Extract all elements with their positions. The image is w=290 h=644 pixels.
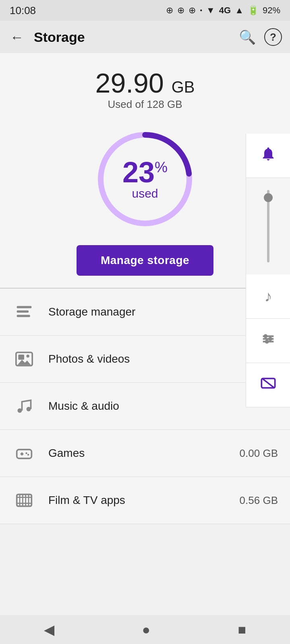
slider-thumb[interactable] [264,193,273,202]
dot-icon: • [200,7,202,14]
svg-point-8 [27,355,29,357]
battery-icon: 🔋 [248,5,259,16]
card-off-panel-item[interactable] [246,363,290,407]
side-panel: ♪ [246,134,290,407]
games-icon [12,441,36,465]
manage-storage-button[interactable]: Manage storage [77,245,213,276]
chrome-icon-2: ⊕ [177,5,184,16]
top-bar: ← Storage 🔍 ? [0,21,290,53]
svg-rect-6 [18,355,24,360]
main-content: 29.90 GB Used of 128 GB 23% used Manage [0,53,290,524]
svg-line-30 [262,378,274,388]
status-time: 10:08 [10,4,36,17]
equalizer-panel-item[interactable] [246,319,290,363]
svg-point-9 [18,409,22,413]
film-tv-icon [12,488,36,512]
film-tv-size: 0.56 GB [240,494,278,507]
photos-videos-label: Photos & videos [48,353,278,365]
back-button[interactable]: ← [8,29,26,45]
network-label: 4G [219,5,231,16]
music-panel-item[interactable]: ♪ [246,275,290,319]
music-note-icon: ♪ [265,288,272,305]
games-size: 0.00 GB [240,447,278,460]
wifi-icon: ▼ [206,5,215,16]
svg-marker-7 [18,360,31,365]
donut-percent: 23% [122,158,168,187]
bottom-nav: ◀ ● ■ [0,615,290,644]
home-nav-button[interactable]: ● [130,618,162,642]
donut-container: 23% used [89,123,201,235]
equalizer-icon [260,331,276,351]
donut-label: 23% used [122,158,168,200]
help-button[interactable]: ? [264,28,282,46]
back-nav-button[interactable]: ◀ [32,617,66,642]
svg-rect-16 [17,494,32,506]
chrome-icon-1: ⊕ [166,5,173,16]
svg-rect-4 [17,315,30,317]
chrome-icon-3: ⊕ [188,5,196,16]
svg-point-26 [263,334,267,338]
svg-point-10 [27,407,31,411]
svg-rect-11 [17,450,32,458]
storage-amount: 29.90 GB [0,69,290,97]
svg-point-28 [265,340,269,344]
storage-total: Used of 128 GB [0,98,290,111]
status-icons: ⊕ ⊕ ⊕ • ▼ 4G ▲ 🔋 92% [166,5,280,16]
svg-rect-2 [17,306,32,308]
storage-header: 29.90 GB Used of 128 GB [0,61,290,115]
card-off-icon [260,375,276,395]
storage-manager-icon [12,300,36,324]
list-item[interactable]: Games 0.00 GB [0,430,290,477]
battery-percent: 92% [263,5,280,16]
svg-point-15 [27,454,29,455]
games-label: Games [48,447,240,460]
search-button[interactable]: 🔍 [238,29,256,45]
donut-used-label: used [122,187,168,200]
film-tv-label: Film & TV apps [48,494,240,507]
signal-icon: ▲ [235,5,244,16]
svg-rect-3 [17,310,29,313]
status-bar: 10:08 ⊕ ⊕ ⊕ • ▼ 4G ▲ 🔋 92% [0,0,290,21]
music-audio-icon [12,394,36,418]
storage-manager-label: Storage manager [48,305,278,318]
bell-panel-item[interactable] [246,134,290,178]
photos-videos-icon [12,347,36,371]
bell-icon [260,146,276,165]
page-title: Storage [34,29,230,45]
slider-track [267,190,269,262]
list-item[interactable]: Film & TV apps 0.56 GB [0,477,290,524]
recent-nav-button[interactable]: ■ [226,618,259,642]
side-slider-area [246,178,290,275]
svg-point-27 [268,337,272,341]
music-audio-label: Music & audio [48,400,278,413]
svg-point-14 [25,452,27,454]
